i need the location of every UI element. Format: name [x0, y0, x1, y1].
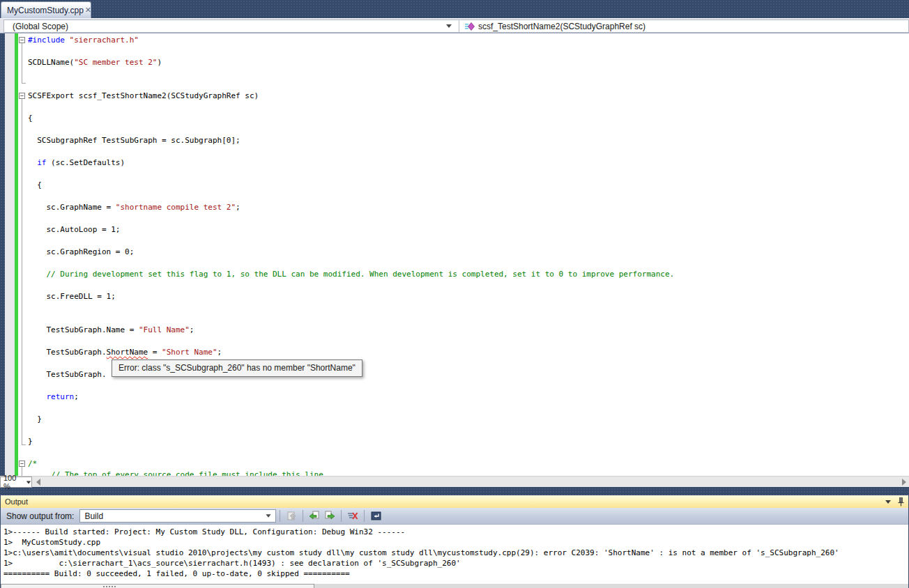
output-source-dropdown[interactable]: Build [79, 509, 276, 523]
next-message-button[interactable] [322, 509, 337, 523]
navigation-combos: (Global Scope) scsf_TestShortName2(SCStu… [3, 20, 909, 33]
pin-icon[interactable] [898, 497, 904, 506]
code-line: { [28, 180, 909, 191]
scroll-right-icon[interactable] [902, 479, 906, 486]
output-line: 1>------ Build started: Project: My Cust… [3, 527, 908, 537]
member-dropdown[interactable]: scsf_TestShortName2(SCStudyGraphRef sc) [459, 20, 908, 32]
code-line: sc.GraphRegion = 0; [28, 247, 909, 258]
tab-title: MyCustomStudy.cpp [7, 6, 84, 15]
code-line [28, 124, 909, 135]
scroll-left-icon[interactable] [36, 479, 40, 486]
member-dropdown-value: scsf_TestShortName2(SCStudyGraphRef sc) [478, 22, 646, 31]
collapse-toggle-icon[interactable]: − [19, 461, 25, 467]
code-line: SCDLLName("SC member test 2") [28, 57, 909, 68]
output-line: 1>c:\users\amit\documents\visual studio … [3, 548, 908, 558]
fold-region-line [22, 99, 26, 445]
toggle-word-wrap-icon [371, 511, 381, 521]
output-log[interactable]: 1>------ Build started: Project: My Cust… [1, 525, 908, 584]
code-line: /* [28, 458, 909, 470]
chevron-down-icon [446, 24, 452, 28]
code-line [28, 336, 909, 347]
code-line [28, 258, 909, 269]
chevron-down-icon [26, 481, 31, 483]
collapse-toggle-icon[interactable]: − [19, 37, 25, 43]
error-tooltip: Error: class "s_SCSubgraph_260" has no m… [112, 359, 362, 377]
code-line: if (sc.SetDefaults) [28, 157, 909, 169]
code-line: SCSFExport scsf_TestShortName2(SCStudyGr… [28, 91, 909, 102]
scope-dropdown-value: (Global Scope) [13, 22, 68, 31]
toolbar-separator [364, 510, 365, 522]
code-line [28, 146, 909, 157]
output-hscrollbar-thumb[interactable] [1, 584, 314, 588]
code-line [28, 102, 909, 113]
window-position-icon[interactable] [885, 500, 891, 504]
tab-mycustomstudy-cpp[interactable]: MyCustomStudy.cpp ✕ [1, 1, 91, 18]
code-line: TestSubGraph.ShortName = "Short Name"; [28, 347, 909, 358]
fold-region-line-tick [22, 43, 26, 84]
code-line [28, 425, 909, 436]
code-line [28, 380, 909, 392]
find-message-in-code-button[interactable] [284, 509, 299, 523]
output-line: ========== Build: 0 succeeded, 1 failed,… [3, 568, 908, 579]
change-tracking-bar [15, 33, 18, 476]
zoom-level-dropdown[interactable]: 100 % [0, 477, 32, 488]
code-line [28, 447, 909, 458]
code-line [28, 314, 909, 325]
code-line: #include "sierrachart.h" [28, 35, 909, 46]
code-line [28, 302, 909, 314]
code-line: { [28, 113, 909, 124]
toolbar-separator [341, 510, 342, 522]
code-line: sc.FreeDLL = 1; [28, 291, 909, 302]
editor-navigation-bar: (Global Scope) scsf_TestShortName2(SCStu… [0, 18, 909, 33]
code-line [28, 403, 909, 414]
previous-message-button[interactable] [307, 509, 322, 523]
toolbar-separator [303, 510, 303, 522]
code-line: return; [28, 392, 909, 403]
tab-close-icon[interactable]: ✕ [84, 6, 93, 15]
code-line [28, 68, 909, 79]
code-line: sc.GraphName = "shortname compile test 2… [28, 202, 909, 213]
output-title: Output [5, 497, 28, 506]
clear-all-icon [347, 511, 358, 521]
code-line [28, 213, 909, 224]
editor-hscrollbar[interactable]: 100 % [0, 476, 909, 487]
code-line: // During development set this flag to 1… [28, 269, 909, 280]
output-source-value: Build [84, 511, 103, 521]
code-line [28, 79, 909, 91]
code-editor[interactable]: − − − #include "sierrachart.h"SCDLLName(… [0, 33, 909, 476]
collapse-toggle-icon[interactable]: − [19, 93, 25, 99]
code-line [28, 169, 909, 180]
code-line [28, 191, 909, 202]
code-line: SCSubgraphRef TestSubGraph = sc.Subgraph… [28, 135, 909, 146]
code-line: } [28, 414, 909, 425]
code-text[interactable]: #include "sierrachart.h"SCDLLName("SC me… [19, 35, 909, 476]
show-output-from-label: Show output from: [6, 511, 74, 521]
chevron-down-icon [266, 514, 271, 518]
scrollbar-grip [103, 586, 117, 587]
output-toolbar: Show output from: Build [1, 508, 908, 525]
code-line: } [28, 436, 909, 447]
output-panel: Output Show output from: Build [0, 495, 909, 588]
code-line [28, 46, 909, 57]
code-line: TestSubGraph.Name = "Full Name"; [28, 325, 909, 336]
window-divider [0, 487, 909, 495]
find-message-in-code-icon [287, 511, 297, 521]
toolbar-separator [280, 510, 280, 522]
toggle-word-wrap-button[interactable] [368, 509, 383, 523]
code-line [28, 235, 909, 247]
output-line: 1> c:\sierrachart_1\acs_source\sierracha… [3, 558, 908, 568]
output-line: 1> MyCustomStudy.cpp [3, 537, 908, 548]
method-icon [465, 22, 475, 31]
code-line [28, 280, 909, 291]
output-hscrollbar[interactable] [1, 584, 908, 588]
fold-region-line [22, 467, 22, 476]
scope-dropdown[interactable]: (Global Scope) [4, 20, 459, 32]
code-line: // The top of every source code file mus… [28, 470, 909, 476]
previous-message-icon [309, 511, 320, 521]
indicator-margin[interactable] [5, 33, 15, 476]
next-message-icon [324, 511, 335, 521]
output-titlebar[interactable]: Output [1, 495, 908, 508]
document-tabstrip: MyCustomStudy.cpp ✕ [0, 0, 909, 18]
clear-all-button[interactable] [345, 509, 360, 523]
code-line: sc.AutoLoop = 1; [28, 224, 909, 235]
